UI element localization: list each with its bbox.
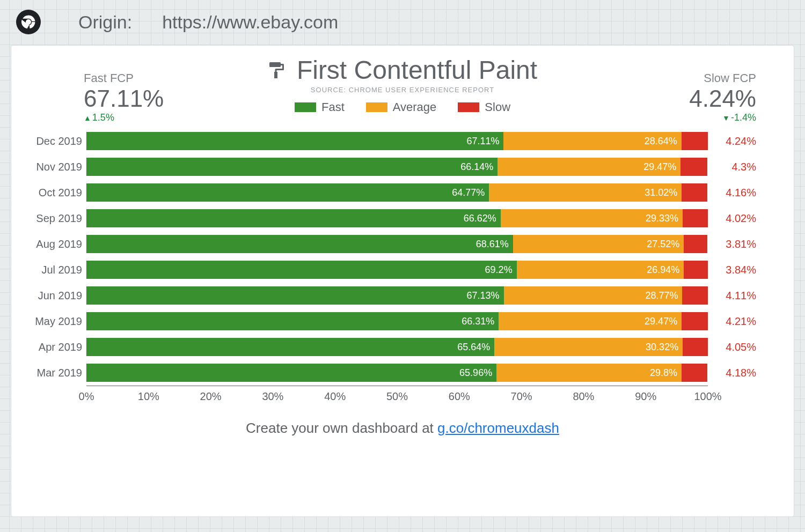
row-slow-value: 4.21% (708, 315, 756, 328)
bar-track: 64.77%31.02% (86, 183, 708, 202)
chart-row: Oct 201964.77%31.02%4.16% (27, 180, 756, 205)
bar-fast: 65.64% (87, 338, 494, 356)
bar-slow (682, 183, 707, 202)
axis-tick: 90% (635, 390, 656, 403)
chart-row: Mar 201965.96%29.8%4.18% (27, 360, 756, 386)
chrome-icon (16, 10, 41, 34)
axis-tick: 40% (324, 390, 346, 403)
bar-average: 29.47% (497, 158, 680, 176)
fcp-card: Fast FCP 67.11% ▲ 1.5% Slow FCP 4.24% ▼ … (11, 45, 794, 517)
bar-fast: 66.14% (87, 158, 497, 176)
legend-fast-label: Fast (321, 100, 345, 114)
chart-row: Dec 201967.11%28.64%4.24% (27, 128, 756, 154)
header-bar: Origin: https://www.ebay.com (0, 0, 805, 40)
bar-average: 30.32% (494, 338, 683, 356)
bar-average: 26.94% (517, 261, 684, 279)
bar-track: 67.11%28.64% (86, 132, 708, 150)
row-label: Oct 2019 (27, 187, 86, 199)
bar-average: 29.8% (496, 364, 682, 382)
footer-text: Create your own dashboard at (246, 420, 437, 436)
bar-track: 65.96%29.8% (86, 364, 708, 382)
legend-slow-swatch (458, 102, 479, 112)
bar-slow (684, 235, 707, 253)
bar-track: 65.64%30.32% (86, 338, 708, 356)
origin-label: Origin: (78, 12, 132, 33)
legend-slow: Slow (458, 100, 510, 114)
axis-tick: 30% (262, 390, 283, 403)
bar-fast: 67.13% (87, 286, 504, 305)
bar-average: 29.47% (499, 312, 682, 330)
row-label: Jul 2019 (27, 264, 86, 276)
bar-track: 67.13%28.77% (86, 286, 708, 305)
bar-track: 66.14%29.47% (86, 158, 708, 176)
row-slow-value: 4.11% (708, 290, 756, 302)
bar-slow (680, 158, 707, 176)
row-slow-value: 3.84% (708, 264, 756, 276)
bar-slow (684, 261, 707, 279)
bar-slow (682, 312, 708, 330)
row-label: Dec 2019 (27, 135, 86, 147)
bar-track: 68.61%27.52% (86, 235, 708, 253)
axis-tick: 20% (200, 390, 222, 403)
bar-fast: 66.62% (87, 209, 501, 227)
row-label: Mar 2019 (27, 367, 86, 379)
arrow-up-icon: ▲ (84, 114, 91, 122)
bar-track: 69.2%26.94% (86, 261, 708, 279)
paint-roller-icon (268, 61, 287, 80)
axis-tick: 10% (138, 390, 159, 403)
axis-tick: 80% (573, 390, 594, 403)
row-slow-value: 4.3% (708, 161, 756, 173)
row-label: Aug 2019 (27, 238, 86, 250)
bar-track: 66.62%29.33% (86, 209, 708, 227)
bar-average: 31.02% (489, 183, 682, 202)
row-label: Jun 2019 (27, 290, 86, 302)
chart-row: Aug 201968.61%27.52%3.81% (27, 231, 756, 257)
chart-legend: Fast Average Slow (11, 100, 794, 114)
axis-tick: 60% (449, 390, 470, 403)
bar-slow (682, 286, 708, 305)
row-label: Nov 2019 (27, 161, 86, 173)
bar-average: 29.33% (501, 209, 683, 227)
footer-note: Create your own dashboard at g.co/chrome… (11, 420, 794, 437)
chart-row: Nov 201966.14%29.47%4.3% (27, 154, 756, 180)
row-slow-value: 4.18% (708, 367, 756, 379)
chart-row: Apr 201965.64%30.32%4.05% (27, 334, 756, 360)
bar-fast: 69.2% (87, 261, 517, 279)
x-axis: 0%10%20%30%40%50%60%70%80%90%100% (86, 386, 708, 402)
row-label: Sep 2019 (27, 212, 86, 225)
bar-track: 66.31%29.47% (86, 312, 708, 330)
legend-average-swatch (366, 102, 387, 112)
chart-row: May 201966.31%29.47%4.21% (27, 308, 756, 334)
chart-source: SOURCE: CHROME USER EXPERIENCE REPORT (11, 86, 794, 94)
row-label: May 2019 (27, 315, 86, 328)
origin-url: https://www.ebay.com (162, 12, 338, 33)
row-slow-value: 3.81% (708, 238, 756, 250)
legend-fast: Fast (295, 100, 345, 114)
bar-fast: 65.96% (87, 364, 496, 382)
legend-average-label: Average (393, 100, 437, 114)
row-slow-value: 4.05% (708, 341, 756, 353)
legend-average: Average (366, 100, 437, 114)
bar-slow (683, 338, 708, 356)
bar-average: 28.64% (503, 132, 681, 150)
bar-fast: 64.77% (87, 183, 489, 202)
row-label: Apr 2019 (27, 341, 86, 353)
chart-row: Jun 201967.13%28.77%4.11% (27, 283, 756, 308)
bar-slow (682, 364, 707, 382)
chart-area: Dec 201967.11%28.64%4.24%Nov 201966.14%2… (11, 128, 794, 386)
axis-tick: 50% (386, 390, 408, 403)
row-slow-value: 4.16% (708, 187, 756, 199)
arrow-down-icon: ▼ (722, 114, 730, 122)
bar-fast: 67.11% (87, 132, 503, 150)
bar-fast: 68.61% (87, 235, 513, 253)
bar-fast: 66.31% (87, 312, 499, 330)
row-slow-value: 4.02% (708, 212, 756, 225)
bar-average: 27.52% (513, 235, 684, 253)
axis-tick: 0% (79, 390, 94, 403)
legend-fast-swatch (295, 102, 316, 112)
chart-row: Sep 201966.62%29.33%4.02% (27, 205, 756, 231)
axis-tick: 100% (694, 390, 721, 403)
chart-title: First Contentful Paint (297, 55, 537, 85)
footer-link[interactable]: g.co/chromeuxdash (437, 420, 559, 436)
bar-slow (683, 209, 708, 227)
